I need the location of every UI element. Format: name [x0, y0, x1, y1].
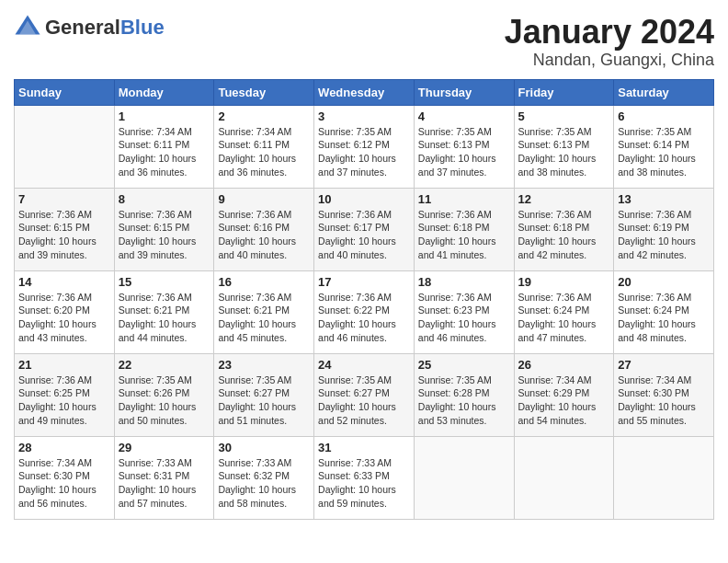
day-number: 14	[18, 275, 110, 289]
day-cell: 21Sunrise: 7:36 AM Sunset: 6:25 PM Dayli…	[15, 353, 115, 436]
day-cell: 5Sunrise: 7:35 AM Sunset: 6:13 PM Daylig…	[514, 105, 614, 188]
day-info: Sunrise: 7:34 AM Sunset: 6:11 PM Dayligh…	[119, 125, 210, 179]
day-info: Sunrise: 7:34 AM Sunset: 6:29 PM Dayligh…	[518, 373, 610, 428]
day-info: Sunrise: 7:35 AM Sunset: 6:27 PM Dayligh…	[218, 373, 310, 428]
week-row-2: 7Sunrise: 7:36 AM Sunset: 6:15 PM Daylig…	[15, 188, 714, 270]
day-info: Sunrise: 7:35 AM Sunset: 6:14 PM Dayligh…	[618, 125, 710, 179]
day-cell: 16Sunrise: 7:36 AM Sunset: 6:21 PM Dayli…	[214, 270, 314, 353]
day-number: 11	[418, 192, 510, 206]
day-number: 13	[618, 192, 710, 206]
day-cell: 28Sunrise: 7:34 AM Sunset: 6:30 PM Dayli…	[15, 436, 115, 519]
day-number: 27	[618, 358, 710, 372]
day-info: Sunrise: 7:34 AM Sunset: 6:30 PM Dayligh…	[618, 373, 710, 428]
header-cell-sunday: Sunday	[15, 79, 115, 105]
day-cell: 15Sunrise: 7:36 AM Sunset: 6:21 PM Dayli…	[114, 270, 214, 353]
day-cell	[514, 436, 614, 519]
day-number: 20	[618, 275, 710, 289]
day-number: 4	[418, 109, 510, 123]
day-info: Sunrise: 7:36 AM Sunset: 6:18 PM Dayligh…	[418, 208, 510, 262]
day-info: Sunrise: 7:36 AM Sunset: 6:21 PM Dayligh…	[119, 291, 210, 345]
day-info: Sunrise: 7:36 AM Sunset: 6:24 PM Dayligh…	[518, 291, 610, 345]
day-info: Sunrise: 7:35 AM Sunset: 6:28 PM Dayligh…	[418, 373, 510, 428]
day-cell: 20Sunrise: 7:36 AM Sunset: 6:24 PM Dayli…	[614, 270, 714, 353]
day-cell: 8Sunrise: 7:36 AM Sunset: 6:15 PM Daylig…	[114, 188, 214, 270]
calendar-header: SundayMondayTuesdayWednesdayThursdayFrid…	[15, 79, 714, 105]
calendar-body: 1Sunrise: 7:34 AM Sunset: 6:11 PM Daylig…	[15, 105, 714, 519]
day-number: 25	[418, 358, 510, 372]
day-cell: 30Sunrise: 7:33 AM Sunset: 6:32 PM Dayli…	[214, 436, 314, 519]
day-info: Sunrise: 7:35 AM Sunset: 6:13 PM Dayligh…	[418, 125, 510, 179]
day-number: 19	[518, 275, 610, 289]
day-info: Sunrise: 7:36 AM Sunset: 6:18 PM Dayligh…	[518, 208, 610, 262]
day-number: 5	[518, 109, 610, 123]
day-number: 3	[318, 109, 410, 123]
day-cell: 3Sunrise: 7:35 AM Sunset: 6:12 PM Daylig…	[314, 105, 415, 188]
day-cell: 24Sunrise: 7:35 AM Sunset: 6:27 PM Dayli…	[314, 353, 415, 436]
day-cell: 27Sunrise: 7:34 AM Sunset: 6:30 PM Dayli…	[614, 353, 714, 436]
week-row-5: 28Sunrise: 7:34 AM Sunset: 6:30 PM Dayli…	[15, 436, 714, 519]
day-info: Sunrise: 7:36 AM Sunset: 6:22 PM Dayligh…	[318, 291, 410, 345]
day-number: 21	[18, 358, 110, 372]
day-number: 10	[318, 192, 410, 206]
week-row-3: 14Sunrise: 7:36 AM Sunset: 6:20 PM Dayli…	[15, 270, 714, 353]
week-row-1: 1Sunrise: 7:34 AM Sunset: 6:11 PM Daylig…	[15, 105, 714, 188]
day-number: 18	[418, 275, 510, 289]
day-info: Sunrise: 7:34 AM Sunset: 6:30 PM Dayligh…	[18, 456, 110, 511]
day-info: Sunrise: 7:35 AM Sunset: 6:12 PM Dayligh…	[318, 125, 410, 179]
day-number: 7	[18, 192, 110, 206]
day-number: 17	[318, 275, 410, 289]
logo-blue-text: Blue	[120, 17, 165, 38]
day-number: 22	[119, 358, 210, 372]
page-header: General Blue January 2024 Nandan, Guangx…	[14, 14, 714, 70]
day-cell: 7Sunrise: 7:36 AM Sunset: 6:15 PM Daylig…	[15, 188, 115, 270]
day-number: 28	[18, 441, 110, 454]
day-cell: 12Sunrise: 7:36 AM Sunset: 6:18 PM Dayli…	[514, 188, 614, 270]
day-cell: 22Sunrise: 7:35 AM Sunset: 6:26 PM Dayli…	[114, 353, 214, 436]
day-info: Sunrise: 7:36 AM Sunset: 6:25 PM Dayligh…	[18, 373, 110, 428]
location-title: Nandan, Guangxi, China	[505, 51, 714, 70]
day-cell: 13Sunrise: 7:36 AM Sunset: 6:19 PM Dayli…	[614, 188, 714, 270]
header-cell-monday: Monday	[114, 79, 214, 105]
header-cell-thursday: Thursday	[414, 79, 514, 105]
week-row-4: 21Sunrise: 7:36 AM Sunset: 6:25 PM Dayli…	[15, 353, 714, 436]
day-number: 16	[218, 275, 310, 289]
day-number: 30	[218, 441, 310, 454]
day-cell: 25Sunrise: 7:35 AM Sunset: 6:28 PM Dayli…	[414, 353, 514, 436]
day-info: Sunrise: 7:36 AM Sunset: 6:20 PM Dayligh…	[18, 291, 110, 345]
header-cell-friday: Friday	[514, 79, 614, 105]
logo-icon	[14, 14, 41, 41]
day-cell: 23Sunrise: 7:35 AM Sunset: 6:27 PM Dayli…	[214, 353, 314, 436]
day-number: 8	[119, 192, 210, 206]
day-cell: 1Sunrise: 7:34 AM Sunset: 6:11 PM Daylig…	[114, 105, 214, 188]
day-cell: 18Sunrise: 7:36 AM Sunset: 6:23 PM Dayli…	[414, 270, 514, 353]
day-cell	[414, 436, 514, 519]
day-info: Sunrise: 7:33 AM Sunset: 6:33 PM Dayligh…	[318, 456, 410, 511]
day-number: 9	[218, 192, 310, 206]
day-number: 1	[119, 109, 210, 123]
day-number: 26	[518, 358, 610, 372]
day-info: Sunrise: 7:35 AM Sunset: 6:26 PM Dayligh…	[119, 373, 210, 428]
header-cell-saturday: Saturday	[614, 79, 714, 105]
logo-general-text: General	[45, 17, 120, 38]
day-cell: 17Sunrise: 7:36 AM Sunset: 6:22 PM Dayli…	[314, 270, 415, 353]
day-cell: 4Sunrise: 7:35 AM Sunset: 6:13 PM Daylig…	[414, 105, 514, 188]
day-cell: 19Sunrise: 7:36 AM Sunset: 6:24 PM Dayli…	[514, 270, 614, 353]
day-cell: 6Sunrise: 7:35 AM Sunset: 6:14 PM Daylig…	[614, 105, 714, 188]
day-number: 6	[618, 109, 710, 123]
day-cell: 31Sunrise: 7:33 AM Sunset: 6:33 PM Dayli…	[314, 436, 415, 519]
day-cell: 29Sunrise: 7:33 AM Sunset: 6:31 PM Dayli…	[114, 436, 214, 519]
day-info: Sunrise: 7:36 AM Sunset: 6:16 PM Dayligh…	[218, 208, 310, 262]
day-number: 15	[119, 275, 210, 289]
day-info: Sunrise: 7:35 AM Sunset: 6:27 PM Dayligh…	[318, 373, 410, 428]
day-cell: 9Sunrise: 7:36 AM Sunset: 6:16 PM Daylig…	[214, 188, 314, 270]
day-number: 12	[518, 192, 610, 206]
day-info: Sunrise: 7:36 AM Sunset: 6:23 PM Dayligh…	[418, 291, 510, 345]
day-info: Sunrise: 7:36 AM Sunset: 6:21 PM Dayligh…	[218, 291, 310, 345]
day-number: 2	[218, 109, 310, 123]
day-info: Sunrise: 7:36 AM Sunset: 6:15 PM Dayligh…	[119, 208, 210, 262]
day-cell: 2Sunrise: 7:34 AM Sunset: 6:11 PM Daylig…	[214, 105, 314, 188]
day-cell	[15, 105, 115, 188]
day-info: Sunrise: 7:35 AM Sunset: 6:13 PM Dayligh…	[518, 125, 610, 179]
day-cell: 26Sunrise: 7:34 AM Sunset: 6:29 PM Dayli…	[514, 353, 614, 436]
day-info: Sunrise: 7:36 AM Sunset: 6:17 PM Dayligh…	[318, 208, 410, 262]
